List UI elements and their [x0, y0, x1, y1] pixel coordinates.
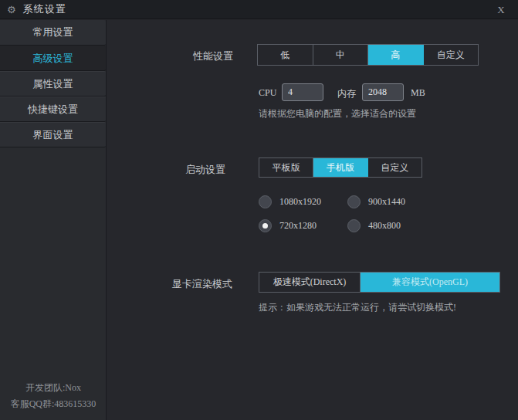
resolution-radio-480x800[interactable]: 480x800	[347, 219, 401, 232]
radio-circle-icon[interactable]	[259, 195, 272, 208]
sidebar-item-interface-settings[interactable]: 界面设置	[0, 122, 106, 147]
performance-hint-text: 请根据您电脑的配置，选择适合的设置	[259, 107, 416, 120]
startup-mode-group: 平板版 手机版 自定义	[259, 158, 422, 178]
performance-medium-button[interactable]: 中	[313, 45, 369, 65]
radio-circle-icon[interactable]	[347, 219, 361, 232]
performance-mode-group: 低 中 高 自定义	[257, 44, 479, 66]
graphics-render-mode-label: 显卡渲染模式	[138, 277, 232, 291]
resolution-label: 720x1280	[279, 220, 317, 232]
performance-high-button[interactable]: 高	[368, 45, 424, 65]
resolution-label: 480x800	[368, 220, 401, 232]
memory-input[interactable]	[362, 83, 404, 101]
radio-dot	[262, 223, 268, 229]
performance-settings-label: 性能设置	[139, 49, 233, 63]
performance-custom-button[interactable]: 自定义	[424, 45, 479, 65]
cpu-label: CPU	[259, 87, 276, 99]
graphics-mode-group: 极速模式(DirectX) 兼容模式(OpenGL)	[259, 272, 500, 293]
startup-custom-button[interactable]: 自定义	[368, 158, 422, 177]
startup-tablet-button[interactable]: 平板版	[259, 158, 313, 177]
sidebar-item-common-settings[interactable]: 常用设置	[0, 20, 106, 46]
cpu-input[interactable]	[282, 83, 323, 101]
qq-group-text: 客服QQ群:483615330	[0, 396, 107, 412]
memory-unit-label: MB	[411, 87, 425, 99]
sidebar-item-advanced-settings[interactable]: 高级设置	[0, 46, 106, 71]
radio-circle-icon[interactable]	[347, 195, 361, 208]
dev-team-text: 开发团队:Nox	[0, 380, 107, 396]
directx-mode-button[interactable]: 极速模式(DirectX)	[259, 273, 361, 292]
title-bar: ⚙ 系统设置 X	[0, 0, 518, 19]
sidebar-item-property-settings[interactable]: 属性设置	[0, 71, 106, 97]
sidebar: 常用设置 高级设置 属性设置 快捷键设置 界面设置 开发团队:Nox 客服QQ群…	[0, 20, 107, 420]
resolution-label: 1080x1920	[279, 196, 321, 208]
gear-icon: ⚙	[7, 5, 16, 15]
window-title: 系统设置	[23, 2, 66, 16]
graphics-hint-text: 提示：如果游戏无法正常运行，请尝试切换模式!	[259, 301, 456, 314]
resolution-radio-900x1440[interactable]: 900x1440	[347, 195, 405, 208]
memory-label: 内存	[337, 87, 356, 100]
resolution-label: 900x1440	[368, 196, 405, 208]
close-icon[interactable]: X	[492, 0, 510, 19]
resolution-radio-1080x1920[interactable]: 1080x1920	[259, 195, 321, 208]
radio-circle-icon[interactable]	[259, 219, 272, 232]
startup-settings-label: 启动设置	[131, 163, 225, 177]
startup-phone-button[interactable]: 手机版	[313, 158, 367, 177]
resolution-radio-720x1280[interactable]: 720x1280	[259, 219, 317, 232]
opengl-mode-button[interactable]: 兼容模式(OpenGL)	[361, 273, 499, 292]
sidebar-footer: 开发团队:Nox 客服QQ群:483615330	[0, 380, 107, 412]
performance-low-button[interactable]: 低	[258, 45, 313, 65]
sidebar-item-shortcut-settings[interactable]: 快捷键设置	[0, 97, 106, 122]
